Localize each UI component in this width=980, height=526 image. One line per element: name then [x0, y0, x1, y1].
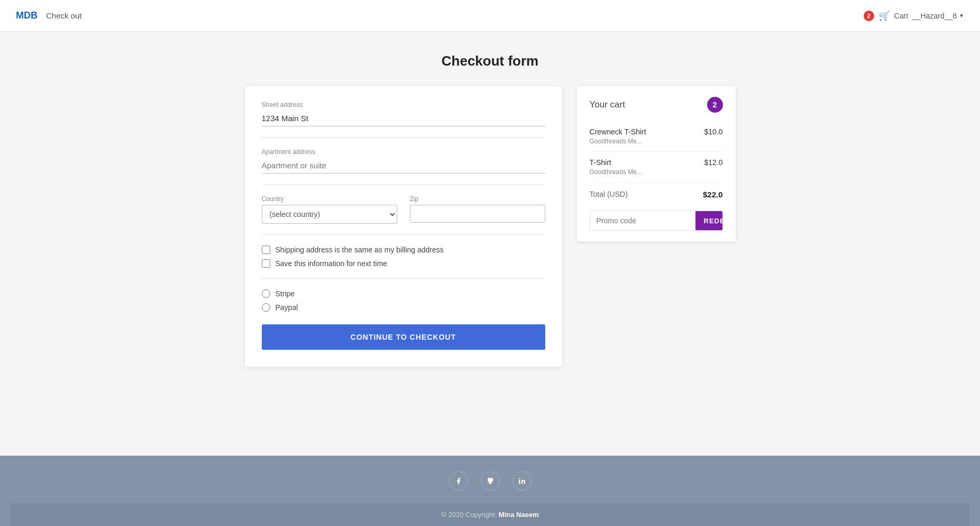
cart-item-2-price: $12.0 [704, 158, 722, 167]
cart-count-badge: 2 [707, 97, 723, 113]
navbar-right: 2 🛒 Cart __Hazard__8 ▼ [864, 10, 964, 22]
street-label: Street address [262, 101, 545, 108]
divider-4 [262, 278, 545, 279]
cart-badge: 2 [864, 11, 874, 21]
apartment-input[interactable] [262, 158, 545, 174]
payment-radio-group: Stripe Paypal [262, 289, 545, 312]
radio-stripe[interactable] [262, 289, 270, 298]
cart-item-1-info: Crewneck T-Shirt Goodthreads Me... [590, 128, 646, 145]
redeem-button[interactable]: REDEEM [695, 211, 723, 230]
brand-link[interactable]: MDB [16, 10, 38, 21]
cart-item-1-price: $10.0 [704, 128, 722, 136]
street-input[interactable] [262, 111, 545, 126]
user-label[interactable]: __Hazard__8 ▼ [912, 12, 964, 20]
divider-1 [262, 137, 545, 138]
radio-stripe-label: Stripe [276, 289, 295, 298]
apartment-label: Apartment address [262, 148, 545, 156]
cart-header: Your cart 2 [590, 97, 723, 113]
cart-item-1: Crewneck T-Shirt Goodthreads Me... $10.0 [590, 121, 723, 152]
cart-item-2-info: T-Shirt Goodthreads Me... [590, 158, 642, 176]
cart-item-2-name: T-Shirt [590, 158, 642, 167]
country-select[interactable]: (select country) United States United Ki… [262, 205, 397, 224]
continue-checkout-button[interactable]: CONTINUE TO CHECKOUT [262, 324, 545, 350]
checkbox-billing-item[interactable]: Shipping address is the same as my billi… [262, 246, 545, 254]
country-group: Country (select country) United States U… [262, 195, 397, 224]
cart-item-1-name: Crewneck T-Shirt [590, 128, 646, 136]
radio-paypal-label: Paypal [276, 303, 298, 312]
footer-icons [11, 471, 969, 503]
cart-item-2: T-Shirt Goodthreads Me... $12.0 [590, 152, 723, 183]
facebook-icon[interactable] [449, 471, 468, 491]
cart-title: Your cart [590, 99, 625, 110]
promo-section: REDEEM [590, 211, 723, 231]
country-zip-row: Country (select country) United States U… [262, 195, 545, 224]
zip-label: Zip [410, 195, 545, 203]
apartment-address-group: Apartment address [262, 148, 545, 174]
checkbox-billing[interactable] [262, 246, 270, 254]
divider-3 [262, 234, 545, 235]
cart-card: Your cart 2 Crewneck T-Shirt Goodthreads… [577, 86, 736, 241]
navbar-left: MDB Check out [16, 10, 82, 21]
radio-paypal[interactable] [262, 303, 270, 312]
cart-icon: 🛒 [878, 10, 890, 22]
street-address-group: Street address [262, 101, 545, 126]
navbar-page: Check out [46, 11, 82, 20]
radio-stripe-item[interactable]: Stripe [262, 289, 545, 298]
cart-item-1-brand: Goodthreads Me... [590, 138, 646, 145]
zip-group: Zip [410, 195, 545, 224]
footer-copyright: © 2020 Copyright: [441, 511, 499, 519]
promo-input[interactable] [590, 211, 695, 230]
footer: © 2020 Copyright: Mina Naeem [0, 456, 980, 526]
checkbox-billing-label: Shipping address is the same as my billi… [276, 246, 444, 254]
github-icon[interactable] [481, 471, 500, 491]
checkbox-save[interactable] [262, 259, 270, 268]
checkbox-save-label: Save this information for next time [276, 259, 388, 268]
cart-item-2-brand: Goodthreads Me... [590, 168, 642, 176]
form-card: Street address Apartment address Country… [245, 86, 562, 367]
divider-2 [262, 184, 545, 185]
footer-bottom: © 2020 Copyright: Mina Naeem [11, 503, 969, 526]
cart-total-label: Total (USD) [590, 190, 628, 199]
svg-point-0 [519, 478, 520, 479]
checkbox-save-item[interactable]: Save this information for next time [262, 259, 545, 268]
linkedin-icon[interactable] [512, 471, 532, 491]
checkout-layout: Street address Apartment address Country… [173, 86, 808, 367]
checkbox-group: Shipping address is the same as my billi… [262, 246, 545, 268]
cart-label: Cart [894, 12, 908, 20]
radio-paypal-item[interactable]: Paypal [262, 303, 545, 312]
country-label: Country [262, 195, 397, 203]
chevron-down-icon: ▼ [959, 13, 964, 19]
navbar: MDB Check out 2 🛒 Cart __Hazard__8 ▼ [0, 0, 980, 32]
page-title: Checkout form [442, 53, 538, 69]
main-content: Checkout form Street address Apartment a… [0, 32, 980, 456]
footer-author[interactable]: Mina Naeem [499, 511, 539, 519]
cart-total-value: $22.0 [703, 190, 723, 199]
cart-total: Total (USD) $22.0 [590, 183, 723, 203]
zip-input[interactable] [410, 205, 545, 223]
user-name: __Hazard__8 [912, 12, 957, 20]
